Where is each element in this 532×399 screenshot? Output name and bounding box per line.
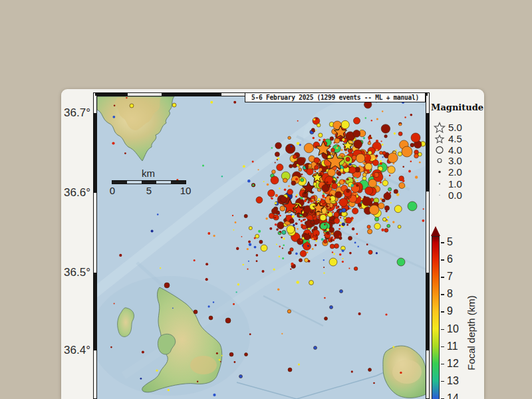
earthquake-event: [365, 117, 366, 118]
earthquake-event: [304, 143, 313, 152]
earthquake-event: [313, 118, 315, 120]
earthquake-event: [343, 180, 346, 182]
earthquake-event: [325, 179, 328, 182]
earthquake-event: [282, 257, 284, 259]
colorbar-tick-label: 7: [447, 271, 467, 283]
earthquake-event: [354, 177, 356, 179]
earthquake-event: [299, 219, 301, 221]
earthquake-event: [213, 301, 214, 303]
earthquake-event: [398, 152, 402, 156]
earthquake-event: [303, 243, 311, 251]
earthquake-event: [387, 224, 390, 227]
earthquake-event: [277, 222, 285, 229]
scale-bar-segments: [112, 180, 186, 184]
earthquake-event: [282, 230, 286, 234]
colorbar-tick-label: 6: [447, 253, 467, 265]
earthquake-event: [249, 226, 252, 229]
earthquake-event: [370, 137, 372, 139]
earthquake-event: [284, 188, 287, 191]
earthquake-event: [336, 207, 338, 209]
earthquake-event: [194, 259, 196, 261]
earthquake-event: [299, 144, 301, 146]
earthquake-event: [325, 197, 327, 199]
earthquake-event: [281, 196, 287, 202]
earthquake-event: [219, 359, 221, 361]
earthquake-event: [247, 269, 248, 270]
earthquake-event: [110, 346, 112, 348]
earthquake-event: [301, 239, 303, 241]
earthquake-event: [315, 166, 319, 170]
earthquake-event: [247, 248, 249, 250]
earthquake-event: [327, 231, 330, 235]
earthquake-event: [327, 182, 329, 184]
earthquake-event: [380, 162, 382, 165]
earthquake-event: [330, 137, 334, 141]
earthquake-event: [394, 190, 398, 194]
colorbar-tick-label: 14: [447, 392, 467, 399]
earthquake-event: [339, 253, 342, 256]
earthquake-event: [410, 160, 412, 162]
colorbar-tick-label: 12: [447, 358, 467, 370]
earthquake-event: [277, 289, 279, 291]
earthquake-event: [293, 224, 295, 226]
earthquake-event: [277, 164, 283, 171]
earthquake-event: [220, 361, 221, 362]
earthquake-event: [307, 168, 313, 175]
earthquake-event: [168, 389, 170, 391]
earthquake-event: [242, 264, 244, 266]
earthquake-event: [380, 151, 383, 154]
earthquake-event: [345, 152, 347, 154]
earthquake-event: [292, 215, 295, 218]
earthquake-event: [349, 166, 356, 173]
earthquake-event: [368, 151, 372, 155]
earthquake-event: [408, 170, 411, 173]
earthquake-event: [323, 267, 325, 268]
colorbar-tick: [441, 277, 444, 278]
earthquake-event: [342, 249, 344, 252]
earthquake-event: [271, 176, 279, 184]
earthquake-event: [399, 124, 402, 126]
earthquake-event: [336, 147, 338, 149]
earthquake-event: [400, 372, 402, 374]
earthquake-event: [126, 97, 127, 98]
earthquake-event: [272, 170, 276, 174]
earthquake-event: [164, 283, 170, 288]
earthquake-event: [304, 234, 310, 240]
earthquake-event: [274, 217, 276, 219]
earthquake-event: [234, 361, 236, 363]
earthquake-event: [311, 128, 315, 132]
earthquake-event: [308, 260, 311, 263]
magnitude-legend-entry: 5.0: [431, 122, 462, 133]
earthquake-event: [262, 270, 265, 273]
earthquake-event: [392, 221, 394, 223]
earthquake-event: [255, 234, 259, 238]
earthquake-event: [346, 164, 348, 166]
earthquake-event: [156, 370, 158, 372]
earthquake-event: [362, 173, 366, 177]
earthquake-event: [314, 158, 319, 163]
earthquake-event: [337, 172, 341, 176]
earthquake-event: [402, 146, 412, 157]
earthquake-event: [307, 241, 308, 243]
earthquake-event: [295, 178, 298, 180]
earthquake-event: [326, 205, 329, 207]
earthquake-event: [367, 225, 370, 229]
magnitude-legend-entry: 3.0: [431, 155, 462, 166]
earthquake-event: [339, 198, 348, 207]
earthquake-event: [124, 152, 126, 154]
dot-tiny-icon: [431, 190, 448, 201]
earthquake-event: [331, 183, 337, 189]
earthquake-event: [388, 166, 395, 174]
earthquake-event: [288, 368, 292, 372]
earthquake-event: [292, 182, 293, 183]
earthquake-event: [369, 140, 371, 142]
earthquake-event: [375, 155, 378, 158]
frame-segment: [93, 273, 96, 350]
earthquake-event: [411, 133, 420, 142]
earthquake-event: [291, 263, 293, 265]
earthquake-event: [334, 243, 339, 248]
earthquake-event: [249, 333, 251, 335]
earthquake-event: [302, 225, 307, 229]
earthquake-event: [317, 181, 319, 183]
earthquake-event: [342, 208, 346, 212]
